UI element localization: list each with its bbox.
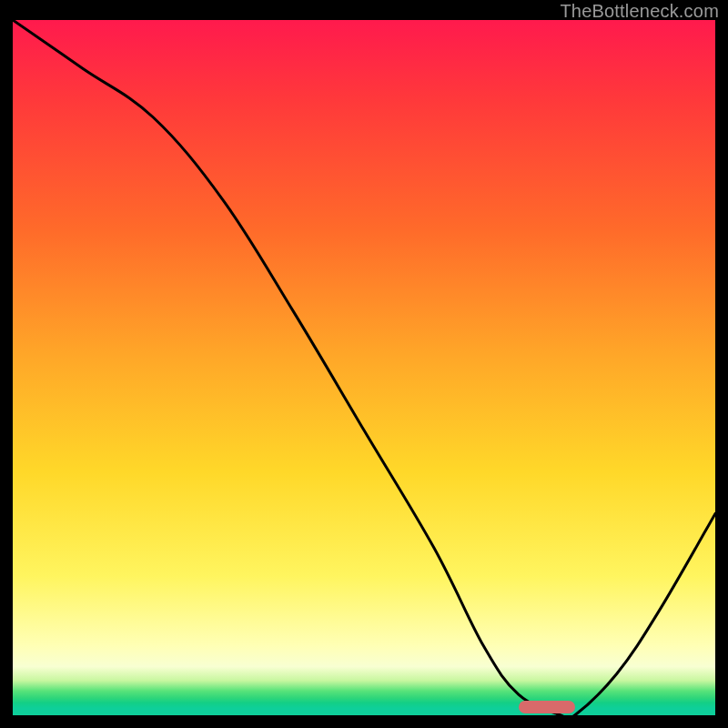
bottleneck-curve-svg bbox=[13, 20, 715, 715]
watermark-text: TheBottleneck.com bbox=[560, 1, 719, 22]
bottleneck-curve bbox=[13, 20, 715, 715]
optimal-range-marker bbox=[519, 701, 575, 713]
